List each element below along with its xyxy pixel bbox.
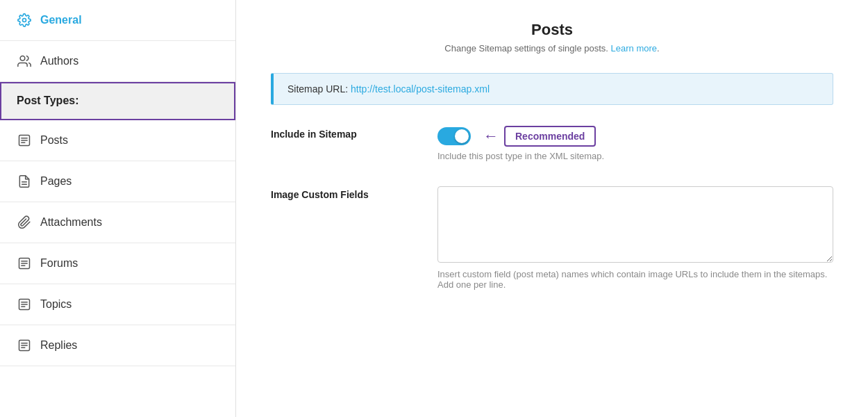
sidebar-item-topics[interactable]: Topics xyxy=(0,284,235,325)
sidebar-item-authors[interactable]: Authors xyxy=(0,41,235,82)
document-icon xyxy=(17,133,32,148)
image-custom-fields-row: Image Custom Fields Insert custom field … xyxy=(271,186,833,290)
gear-icon xyxy=(17,13,32,28)
include-sitemap-label: Include in Sitemap xyxy=(271,126,410,140)
page-subtitle: Change Sitemap settings of single posts.… xyxy=(271,43,833,54)
subtitle-text: Change Sitemap settings of single posts. xyxy=(444,43,608,54)
sidebar-item-label-pages: Pages xyxy=(40,175,72,188)
main-content: Posts Change Sitemap settings of single … xyxy=(236,0,868,417)
sidebar-item-label-topics: Topics xyxy=(40,298,72,311)
attachment-icon xyxy=(17,215,32,230)
sidebar-item-forums[interactable]: Forums xyxy=(0,243,235,284)
page-icon xyxy=(17,174,32,189)
sidebar-item-label-attachments: Attachments xyxy=(40,216,102,229)
sidebar-category-post-types: Post Types: xyxy=(0,82,235,120)
arrow-left-icon: ← xyxy=(483,127,499,145)
sidebar-item-label-forums: Forums xyxy=(40,257,78,270)
topics-icon xyxy=(17,297,32,312)
image-custom-fields-description: Insert custom field (post meta) names wh… xyxy=(437,269,833,290)
sitemap-url-link[interactable]: http://test.local/post-sitemap.xml xyxy=(351,83,490,95)
include-sitemap-row: Include in Sitemap ← Recommended Include… xyxy=(271,126,833,161)
sidebar-item-label-posts: Posts xyxy=(40,134,68,147)
sidebar-item-pages[interactable]: Pages xyxy=(0,161,235,202)
page-title: Posts xyxy=(271,21,833,39)
sidebar-item-general[interactable]: General xyxy=(0,0,235,41)
include-sitemap-control: ← Recommended Include this post type in … xyxy=(437,126,833,161)
sidebar-item-replies[interactable]: Replies xyxy=(0,325,235,366)
learn-more-link[interactable]: Learn more xyxy=(611,43,657,54)
image-custom-fields-label: Image Custom Fields xyxy=(271,186,410,200)
users-icon xyxy=(17,54,32,69)
recommended-badge: Recommended xyxy=(504,126,596,147)
forums-icon xyxy=(17,256,32,271)
sidebar-item-label-general: General xyxy=(40,14,82,26)
image-custom-fields-textarea[interactable] xyxy=(437,186,833,263)
toggle-wrapper: ← Recommended xyxy=(437,126,833,147)
arrow-wrapper: ← Recommended xyxy=(483,126,596,147)
sidebar-item-attachments[interactable]: Attachments xyxy=(0,202,235,243)
sidebar-category-label: Post Types: xyxy=(17,95,79,106)
sidebar-item-label-authors: Authors xyxy=(40,55,78,67)
sitemap-url-label: Sitemap URL: xyxy=(287,83,348,95)
include-sitemap-description: Include this post type in the XML sitema… xyxy=(437,151,833,161)
replies-icon xyxy=(17,338,32,353)
svg-point-0 xyxy=(23,19,26,22)
svg-point-1 xyxy=(20,56,25,61)
sidebar-item-label-replies: Replies xyxy=(40,339,77,352)
sitemap-url-bar: Sitemap URL: http://test.local/post-site… xyxy=(271,73,833,105)
sidebar: General Authors Post Types: xyxy=(0,0,236,417)
image-custom-fields-control: Insert custom field (post meta) names wh… xyxy=(437,186,833,290)
sidebar-item-posts[interactable]: Posts xyxy=(0,120,235,161)
include-sitemap-toggle[interactable] xyxy=(437,127,471,145)
